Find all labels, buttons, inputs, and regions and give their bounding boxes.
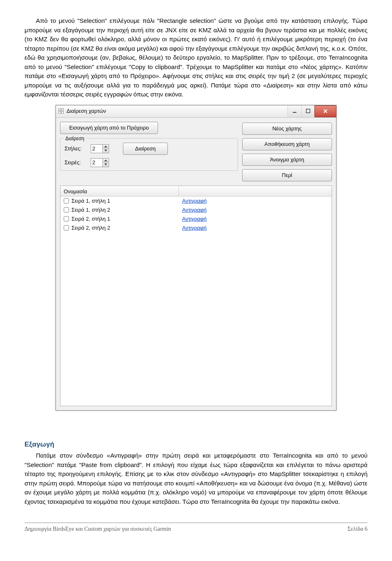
row-action-link[interactable]: Αντιγραφή (182, 216, 207, 222)
division-group: Διαίρεση Στήλες: Διαίρεση Σειρές: (60, 138, 238, 171)
window-buttons (287, 105, 336, 117)
row-action-link[interactable]: Αντιγραφή (182, 207, 207, 213)
columns-spinner[interactable] (91, 144, 109, 153)
list-body: Σειρά 1, στήλη 1 Αντιγραφή Σειρά 1, στήλ… (60, 197, 332, 232)
row-label: Σειρά 1, στήλη 1 (71, 197, 110, 205)
row-checkbox[interactable] (64, 207, 69, 212)
close-button[interactable] (314, 105, 336, 117)
rows-up[interactable] (103, 159, 109, 163)
about-button[interactable]: Περί (242, 169, 332, 181)
footer-left: Δημιουργία BirdsEye και Custom χαρτών γι… (24, 525, 171, 533)
svg-rect-1 (306, 109, 310, 113)
row-label: Σειρά 2, στήλη 1 (71, 215, 110, 223)
close-icon (323, 108, 328, 114)
maximize-icon (306, 109, 311, 114)
list-header: Ονομασία (60, 186, 332, 197)
row-action-link[interactable]: Αντιγραφή (182, 198, 207, 204)
list-row[interactable]: Σειρά 2, στήλη 2 Αντιγραφή (60, 224, 332, 232)
footer-right: Σελίδα 6 (347, 525, 368, 533)
row-label: Σειρά 2, στήλη 2 (71, 224, 110, 232)
column-header-name[interactable]: Ονομασία (60, 186, 179, 196)
page-footer: Δημιουργία BirdsEye και Custom χαρτών γι… (24, 523, 368, 533)
list-row[interactable]: Σειρά 2, στήλη 1 Αντιγραφή (60, 215, 332, 224)
rows-down[interactable] (103, 163, 109, 167)
columns-up[interactable] (103, 145, 109, 149)
rows-spinner[interactable] (91, 158, 109, 167)
app-icon (58, 108, 64, 114)
minimize-icon (292, 109, 297, 114)
divide-button[interactable]: Διαίρεση (123, 143, 168, 155)
list-area: Ονομασία Σειρά 1, στήλη 1 Αντιγραφή Σειρ… (60, 186, 332, 406)
rows-label: Σειρές: (65, 159, 87, 167)
body-paragraph-2: Πατάμε στον σύνδεσμο «Αντιγραφή» στην πρ… (24, 451, 368, 506)
group-title: Διαίρεση (64, 135, 86, 142)
list-row[interactable]: Σειρά 1, στήλη 2 Αντιγραφή (60, 206, 332, 215)
mapsplitter-window: Διαίρεση χαρτών Εισαγωγή χάρτη από το Πρ… (56, 105, 336, 411)
new-map-button[interactable]: Νέος χάρτης (242, 123, 332, 135)
body-paragraph-1: Από το μενού "Selection" επιλέγουμε πάλι… (24, 16, 368, 99)
row-checkbox[interactable] (64, 198, 69, 203)
row-checkbox[interactable] (64, 216, 69, 221)
window-title: Διαίρεση χαρτών (67, 107, 287, 115)
columns-down[interactable] (103, 149, 109, 153)
minimize-button[interactable] (287, 105, 301, 117)
columns-input[interactable] (91, 145, 102, 153)
save-map-button[interactable]: Αποθήκευση χάρτη (242, 138, 332, 150)
titlebar: Διαίρεση χαρτών (56, 105, 336, 118)
maximize-button[interactable] (301, 105, 314, 117)
list-row[interactable]: Σειρά 1, στήλη 1 Αντιγραφή (60, 197, 332, 206)
columns-label: Στήλες: (65, 145, 87, 153)
row-checkbox[interactable] (64, 225, 69, 230)
svg-rect-0 (293, 112, 296, 113)
row-label: Σειρά 1, στήλη 2 (71, 206, 110, 214)
open-map-button[interactable]: Άνοιγμα χάρτη (242, 154, 332, 166)
row-action-link[interactable]: Αντιγραφή (182, 225, 207, 231)
column-header-action[interactable] (179, 186, 332, 196)
import-from-clipboard-button[interactable]: Εισαγωγή χάρτη από το Πρόχειρο (60, 122, 158, 134)
section-heading-export: Εξαγωγή (24, 439, 368, 450)
rows-input[interactable] (91, 159, 102, 167)
